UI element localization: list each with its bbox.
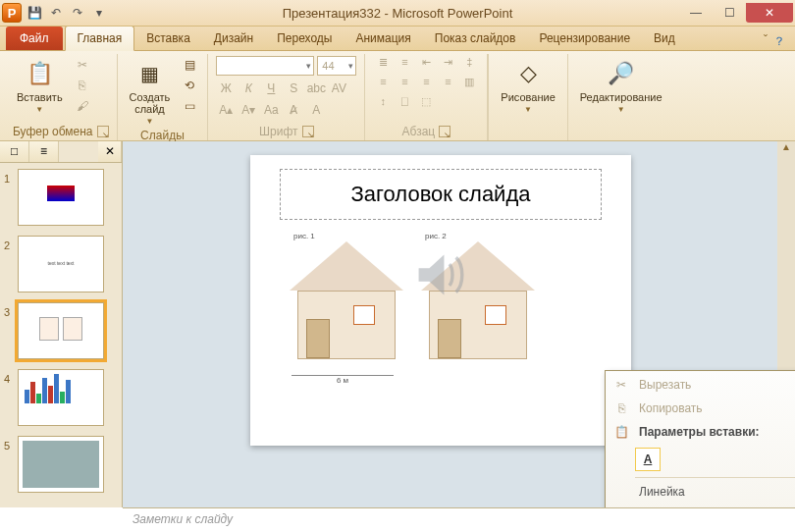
justify-button[interactable]: ≡ [438, 76, 457, 93]
save-icon[interactable]: 💾 [26, 4, 43, 22]
current-slide[interactable]: Заголовок слайда рис. 1 рис. 2 6 м [250, 155, 631, 446]
tab-review[interactable]: Рецензирование [527, 27, 642, 50]
italic-button[interactable]: К [238, 80, 258, 97]
fig-label-2: рис. 2 [425, 232, 447, 240]
close-button[interactable]: ✕ [746, 3, 793, 23]
clipboard-dialog-launcher[interactable] [97, 126, 109, 137]
group-clipboard: 📋 Вставить ▼ ✂ ⎘ 🖌 Буфер обмена [5, 54, 118, 140]
font-dialog-launcher[interactable] [302, 126, 314, 137]
scissors-icon: ✂ [611, 376, 631, 394]
house-image-1[interactable] [290, 241, 403, 369]
drawing-button[interactable]: ◇ Рисование ▼ [497, 56, 558, 116]
slide-thumbnail-pane: □ ≡ ✕ 1 2text text text 3 4 5 [0, 141, 123, 507]
group-slides: ▦ Создать слайд ▼ ▤ ⟲ ▭ Слайды [118, 54, 209, 140]
font-size-combo[interactable]: 44 [317, 56, 356, 76]
redo-icon[interactable]: ↷ [69, 4, 86, 22]
tab-home[interactable]: Главная [65, 26, 135, 51]
tab-design[interactable]: Дизайн [202, 27, 265, 50]
align-text-button[interactable]: ⎕ [395, 95, 414, 113]
tab-animation[interactable]: Анимация [344, 27, 422, 50]
incr-indent-button[interactable]: ⇥ [438, 56, 457, 74]
slide-editor[interactable]: Заголовок слайда рис. 1 рис. 2 6 м ▲ ▼ ⭱… [123, 141, 795, 507]
outline-tab[interactable]: ≡ [29, 141, 59, 162]
slide-title-placeholder[interactable]: Заголовок слайда [280, 169, 602, 220]
bold-button[interactable]: Ж [216, 80, 236, 97]
thumbnails-tab[interactable]: □ [0, 141, 29, 162]
tab-insert[interactable]: Вставка [134, 27, 202, 50]
fig-label-1: рис. 1 [293, 232, 315, 240]
group-drawing: ◇ Рисование ▼ [488, 54, 567, 140]
ribbon-minimize-icon[interactable]: ˇ [764, 33, 768, 50]
qat-more-icon[interactable]: ▾ [90, 4, 108, 22]
change-case-button[interactable]: Aa [261, 101, 281, 119]
group-label-font: Шрифт [259, 125, 297, 138]
line-spacing-button[interactable]: ‡ [459, 56, 479, 74]
ctx-cut: ✂Вырезать [608, 373, 795, 397]
scroll-up-icon[interactable]: ▲ [777, 141, 795, 157]
ctx-paste-header: 📋Параметры вставки: [608, 420, 795, 444]
strike-button[interactable]: S [284, 80, 303, 97]
group-editing: 🔎 Редактирование ▼ [568, 54, 674, 140]
tab-slideshow[interactable]: Показ слайдов [423, 27, 528, 50]
quick-access-toolbar: 💾 ↶ ↷ ▾ [26, 4, 108, 22]
new-slide-button[interactable]: ▦ Создать слайд ▼ [126, 56, 175, 128]
title-bar: P 💾 ↶ ↷ ▾ Презентация332 - Microsoft Pow… [0, 0, 795, 27]
align-right-button[interactable]: ≡ [416, 76, 436, 93]
slide-thumbnail-5[interactable]: 5 [4, 436, 118, 493]
minimize-button[interactable]: — [679, 3, 713, 23]
undo-icon[interactable]: ↶ [47, 4, 65, 22]
notes-placeholder: Заметки к слайду [132, 512, 233, 526]
font-color-button[interactable]: A [306, 101, 326, 119]
font-name-combo[interactable] [216, 56, 314, 76]
underline-button[interactable]: Ч [261, 80, 281, 97]
align-left-button[interactable]: ≡ [373, 76, 393, 93]
clear-format-button[interactable]: A̷ [284, 101, 303, 119]
shadow-button[interactable]: abc [306, 80, 326, 97]
paste-option-keep-text[interactable]: А [635, 448, 661, 471]
slide-thumbnail-3[interactable]: 3 [4, 302, 118, 359]
paragraph-dialog-launcher[interactable] [439, 126, 450, 137]
numbering-button[interactable]: ≡ [395, 56, 414, 74]
copy-icon: ⎘ [611, 399, 631, 417]
tab-view[interactable]: Вид [642, 27, 687, 50]
slide-thumbnail-1[interactable]: 1 [4, 169, 118, 226]
reset-icon[interactable]: ⟲ [180, 77, 199, 94]
new-slide-label: Создать слайд [130, 91, 171, 115]
smartart-button[interactable]: ⬚ [416, 95, 436, 113]
cut-icon[interactable]: ✂ [73, 56, 92, 74]
slide-thumbnail-2[interactable]: 2text text text [4, 236, 118, 293]
bullets-button[interactable]: ≣ [373, 56, 393, 74]
dimension-label: 6 м [292, 375, 394, 385]
app-icon: P [2, 3, 22, 23]
shapes-icon: ◇ [512, 58, 544, 89]
find-icon: 🔎 [606, 58, 637, 89]
notes-pane[interactable]: Заметки к слайду [123, 507, 795, 532]
ctx-ruler[interactable]: Линейка [608, 480, 795, 504]
text-direction-button[interactable]: ↕ [373, 95, 393, 113]
columns-button[interactable]: ▥ [459, 76, 479, 93]
shrink-font-button[interactable]: A▾ [238, 101, 258, 119]
ribbon-tab-strip: Файл Главная Вставка Дизайн Переходы Ани… [0, 27, 795, 51]
tab-transitions[interactable]: Переходы [265, 27, 344, 50]
section-icon[interactable]: ▭ [180, 97, 199, 115]
format-painter-icon[interactable]: 🖌 [73, 97, 92, 115]
paste-button[interactable]: 📋 Вставить ▼ [13, 56, 67, 116]
audio-icon[interactable] [405, 241, 472, 308]
copy-icon[interactable]: ⎘ [73, 77, 92, 94]
group-paragraph: ≣≡⇤⇥‡ ≡≡≡≡▥ ↕⎕⬚ Абзац [365, 54, 488, 140]
decr-indent-button[interactable]: ⇤ [416, 56, 436, 74]
slide-title-text: Заголовок слайда [351, 182, 531, 207]
editing-button[interactable]: 🔎 Редактирование ▼ [576, 56, 666, 116]
help-icon[interactable]: ？ [773, 33, 785, 50]
tab-file[interactable]: Файл [6, 27, 63, 50]
slide-thumbnail-4[interactable]: 4 [4, 369, 118, 426]
group-font: 44 Ж К Ч S abc AV A▴ A▾ Aa A̷ A Шрифт [208, 54, 365, 140]
grow-font-button[interactable]: A▴ [216, 101, 236, 119]
maximize-button[interactable]: ☐ [713, 3, 746, 23]
layout-icon[interactable]: ▤ [180, 56, 199, 74]
clipboard-icon: 📋 [24, 58, 55, 89]
ctx-grid[interactable]: Сетка и направляющие... [608, 504, 795, 507]
spacing-button[interactable]: AV [329, 80, 348, 97]
pane-close-button[interactable]: ✕ [98, 141, 122, 162]
align-center-button[interactable]: ≡ [395, 76, 414, 93]
